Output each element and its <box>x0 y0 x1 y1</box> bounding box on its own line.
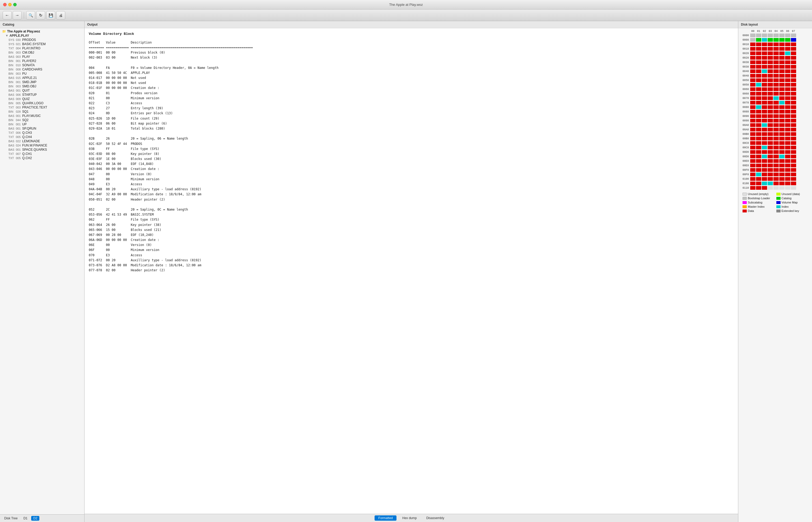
output-tab-formatted[interactable]: Formatted <box>374 516 397 521</box>
disk-cell <box>779 186 785 190</box>
disk-cell <box>756 83 761 86</box>
disk-row-label: 00C8 <box>740 146 750 149</box>
disk-cell <box>785 96 790 100</box>
catalog-file-item[interactable]: TXT004PLAY.INTRO <box>0 46 84 51</box>
close-button[interactable] <box>3 3 6 6</box>
maximize-button[interactable] <box>13 3 17 6</box>
disk-cell <box>762 177 767 181</box>
disk-cell <box>779 182 785 185</box>
refresh-button[interactable]: ↻ <box>36 11 45 20</box>
catalog-file-item[interactable]: BIN003CM.OBJ <box>0 51 84 55</box>
disk-cell <box>791 60 796 64</box>
minimize-button[interactable] <box>8 3 12 6</box>
disk-cell <box>756 34 761 37</box>
legend-label: Data <box>748 209 754 213</box>
catalog-file-item[interactable]: BIN010SONATA <box>0 63 84 67</box>
disk-grid-row: 00D8 <box>740 154 810 159</box>
catalog-file-item[interactable]: BAS015APPLE.21 <box>0 76 84 80</box>
catalog-file-item[interactable]: SYS021BASIC.SYSTEM <box>0 42 84 46</box>
disk-row-label: 00F0 <box>740 169 750 172</box>
disk-cell <box>768 164 773 167</box>
disk-cell <box>768 155 773 158</box>
catalog-file-item[interactable]: BIN008CARDCHARS <box>0 67 84 72</box>
catalog-tree[interactable]: 📁 The Apple at Play.woz ▼ APPLE.PLAY SYS… <box>0 28 84 514</box>
disk-row-label: 00E0 <box>740 160 750 163</box>
disk-row-label: 0030 <box>740 61 750 64</box>
disk-grid-row: 0090 <box>740 114 810 118</box>
catalog-root[interactable]: 📁 The Apple at Play.woz <box>0 29 84 34</box>
disk-row-label: 0088 <box>740 110 750 113</box>
toolbar: ← → 🔍 ↻ 💾 🖨 <box>0 9 812 21</box>
catalog-file-item[interactable]: SYS030PRODOS <box>0 38 84 42</box>
disk-cell <box>773 164 779 167</box>
output-pre: Offset Value Description ======== ======… <box>89 40 734 273</box>
disk-grid-row: 0110 <box>740 186 810 190</box>
output-tab-disassembly[interactable]: Disassembly <box>423 516 448 521</box>
catalog-file-item[interactable]: BAS001SP.QRUN <box>0 126 84 130</box>
disk-cell <box>750 141 755 145</box>
catalog-file-item[interactable]: BIN003PU <box>0 72 84 76</box>
disk-cell <box>791 65 796 68</box>
catalog-file-item[interactable]: BIN001PLAYER2 <box>0 59 84 63</box>
legend-color-box <box>776 205 780 208</box>
folder-icon: 📁 <box>2 29 6 33</box>
disk-cell <box>773 92 779 96</box>
disk-cell <box>750 150 755 154</box>
disk-cell <box>750 123 755 127</box>
disk-cell <box>779 34 785 37</box>
back-button[interactable]: ← <box>3 11 12 20</box>
disk-cell <box>785 177 790 181</box>
disk-cell <box>750 42 755 46</box>
catalog-file-item[interactable]: TXT007Q.CH1 <box>0 152 84 156</box>
catalog-drive-apple-play[interactable]: ▼ APPLE.PLAY <box>0 34 84 38</box>
disk-cell <box>791 78 796 82</box>
catalog-file-item[interactable]: BIN001UP <box>0 122 84 126</box>
catalog-file-item[interactable]: BAS022LEMONADE <box>0 139 84 143</box>
catalog-file-item[interactable]: BAS006STARTUP <box>0 93 84 97</box>
disk-cell <box>756 65 761 68</box>
catalog-file-item[interactable]: BIN005QUARK.LOGO <box>0 101 84 105</box>
forward-button[interactable]: → <box>13 11 22 20</box>
catalog-file-item[interactable]: BIN028SQ1 <box>0 109 84 114</box>
disk-cell <box>791 119 796 122</box>
disk-cell <box>768 137 773 140</box>
catalog-file-item[interactable]: TXT006Q.CH3 <box>0 130 84 135</box>
catalog-file-item[interactable]: BAS001SPACE.QUARKS <box>0 147 84 152</box>
disk-cell <box>762 101 767 104</box>
catalog-file-item[interactable]: BIN003SMD.OBJ <box>0 84 84 88</box>
catalog-file-item[interactable]: BAS003PLAY <box>0 55 84 59</box>
legend-label: Index <box>781 205 789 208</box>
disk-col-label: 02 <box>761 30 767 33</box>
catalog-file-item[interactable]: BAS001PLAY.MUSIC <box>0 114 84 118</box>
disk-cell <box>768 96 773 100</box>
catalog-tab-d2[interactable]: D2 <box>31 516 39 521</box>
disk-cell <box>785 38 790 42</box>
catalog-file-item[interactable]: BAS009QUIZ <box>0 97 84 101</box>
disk-row-label: 0068 <box>740 92 750 95</box>
disk-cell <box>768 168 773 172</box>
print-button[interactable]: 🖨 <box>56 11 65 20</box>
disk-cell <box>756 74 761 78</box>
catalog-file-item[interactable]: TXT005Q.CH4 <box>0 135 84 139</box>
output-tab-hex-dump[interactable]: Hex dump <box>399 516 421 521</box>
catalog-file-item[interactable]: BAS024FUN.W.FINANCE <box>0 143 84 147</box>
catalog-tab-disk-tree[interactable]: Disk Tree <box>2 516 20 521</box>
catalog-file-item[interactable]: TXT003PRACTICE.TEXT <box>0 105 84 109</box>
catalog-file-item[interactable]: BIN001SMD.JMP <box>0 80 84 84</box>
save-button[interactable]: 💾 <box>46 11 55 20</box>
disk-cell <box>750 74 755 78</box>
catalog-file-item[interactable]: TXT005Q.CH2 <box>0 156 84 160</box>
catalog-file-item[interactable]: BAS001QUIT <box>0 88 84 93</box>
catalog-file-item[interactable]: BIN044SQ2 <box>0 118 84 122</box>
disk-cell <box>785 186 790 190</box>
disk-cell <box>779 173 785 176</box>
legend-color-box <box>742 193 747 196</box>
disk-cell <box>773 52 779 55</box>
zoom-button[interactable]: 🔍 <box>26 11 35 20</box>
catalog-tab-d1[interactable]: D1 <box>21 516 30 521</box>
disk-cell <box>756 150 761 154</box>
output-content[interactable]: Volume Directory Block Offset Value Desc… <box>84 28 738 514</box>
disk-cell <box>773 177 779 181</box>
disk-cell <box>762 137 767 140</box>
output-content-title: Volume Directory Block <box>89 32 734 37</box>
